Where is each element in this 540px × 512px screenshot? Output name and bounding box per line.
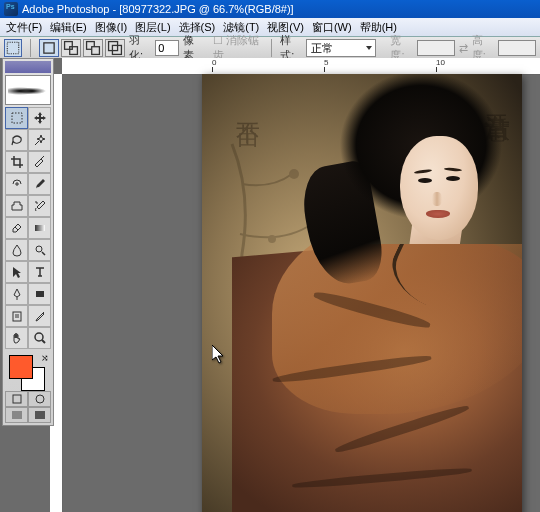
lasso-tool[interactable]: [5, 129, 28, 151]
tool-preset-button[interactable]: [4, 39, 22, 57]
screen-mode-1-button[interactable]: [5, 407, 28, 423]
svg-point-10: [36, 246, 42, 252]
quickmask-mode-button[interactable]: [28, 391, 51, 407]
mode-subtract-selection[interactable]: [83, 39, 103, 57]
pen-tool[interactable]: [5, 283, 28, 305]
eraser-tool[interactable]: [5, 217, 28, 239]
options-bar: 羽化: 0 像素 ☐ 消除锯齿 样式: 正常 宽度: ⇄ 高度:: [0, 37, 540, 60]
menu-window[interactable]: 窗口(W): [308, 20, 356, 35]
gradient-tool[interactable]: [28, 217, 51, 239]
brush-preview[interactable]: [5, 75, 51, 105]
height-input: [498, 40, 536, 56]
marquee-mode-group: [39, 39, 125, 57]
dodge-tool[interactable]: [28, 239, 51, 261]
svg-rect-11: [36, 291, 44, 297]
document-canvas[interactable]: 吾意沽 不諳 不苗 廿誠 性厉: [202, 74, 522, 512]
hand-tool[interactable]: [5, 327, 28, 349]
history-brush-tool[interactable]: [28, 195, 51, 217]
move-tool[interactable]: [28, 107, 51, 129]
toolbox: ⤭: [2, 58, 54, 426]
svg-rect-14: [13, 395, 21, 403]
blur-tool[interactable]: [5, 239, 28, 261]
ruler-horizontal[interactable]: 0 5 10 15: [62, 58, 540, 75]
swap-colors-icon[interactable]: ⤭: [41, 353, 49, 363]
svg-rect-3: [70, 47, 78, 55]
svg-point-13: [35, 333, 43, 341]
foreground-color-swatch[interactable]: [9, 355, 33, 379]
path-selection-tool[interactable]: [5, 261, 28, 283]
svg-rect-0: [7, 42, 18, 53]
menu-file[interactable]: 文件(F): [2, 20, 46, 35]
screen-mode-2-button[interactable]: [28, 407, 51, 423]
svg-rect-8: [12, 113, 22, 123]
marquee-tool[interactable]: [5, 107, 28, 129]
menu-edit[interactable]: 编辑(E): [46, 20, 91, 35]
toolbox-header[interactable]: [5, 61, 51, 73]
width-input: [417, 40, 455, 56]
workspace: 0 5 10 15 ⤭ 吾意沽 不諳 不苗 廿誠 性厉: [0, 58, 540, 512]
svg-rect-17: [35, 411, 45, 419]
window-titlebar: Adobe Photoshop - [80977322.JPG @ 66.7%(…: [0, 0, 540, 18]
svg-point-15: [36, 395, 44, 403]
notes-tool[interactable]: [5, 305, 28, 327]
mode-buttons: [5, 391, 51, 423]
slice-tool[interactable]: [28, 151, 51, 173]
photoshop-app-icon: [4, 2, 18, 16]
separator: [271, 39, 272, 57]
svg-rect-9: [35, 225, 45, 231]
separator: [30, 39, 31, 57]
clone-stamp-tool[interactable]: [5, 195, 28, 217]
eyedropper-tool[interactable]: [28, 305, 51, 327]
feather-input[interactable]: 0: [155, 40, 179, 56]
mode-add-selection[interactable]: [61, 39, 81, 57]
window-title: Adobe Photoshop - [80977322.JPG @ 66.7%(…: [22, 3, 294, 15]
svg-rect-2: [64, 42, 72, 50]
cursor-icon: [212, 345, 226, 367]
rectangle-tool[interactable]: [28, 283, 51, 305]
menu-image[interactable]: 图像(I): [91, 20, 131, 35]
svg-rect-16: [12, 411, 22, 419]
healing-brush-tool[interactable]: [5, 173, 28, 195]
standard-mode-button[interactable]: [5, 391, 28, 407]
figure-illustration: [232, 74, 522, 512]
color-swatches: ⤭: [5, 353, 51, 389]
svg-rect-5: [92, 47, 100, 55]
menu-bar: 文件(F) 编辑(E) 图像(I) 图层(L) 选择(S) 滤镜(T) 视图(V…: [0, 18, 540, 37]
swap-wh-icon: ⇄: [459, 42, 468, 55]
crop-tool[interactable]: [5, 151, 28, 173]
zoom-tool[interactable]: [28, 327, 51, 349]
mode-new-selection[interactable]: [39, 39, 59, 57]
brush-tool[interactable]: [28, 173, 51, 195]
magic-wand-tool[interactable]: [28, 129, 51, 151]
type-tool[interactable]: [28, 261, 51, 283]
style-dropdown[interactable]: 正常: [306, 39, 376, 57]
svg-rect-1: [44, 43, 54, 53]
mode-intersect-selection[interactable]: [105, 39, 125, 57]
